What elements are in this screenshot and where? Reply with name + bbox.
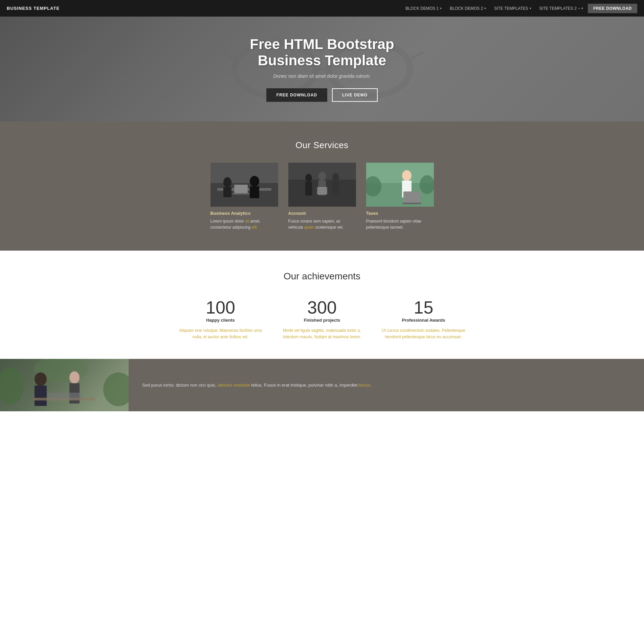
svg-rect-32 xyxy=(403,191,420,203)
service-title-business-analytics: Business Analytics xyxy=(210,211,278,216)
caret-icon-3 xyxy=(530,6,531,10)
service-image-account xyxy=(288,163,356,207)
svg-point-30 xyxy=(402,170,412,181)
service-desc-taxes: Praesent tincidunt sapien vitae pellente… xyxy=(366,218,434,230)
caret-icon-1 xyxy=(440,6,442,10)
svg-point-20 xyxy=(332,173,339,181)
achievements-grid: 100 Happy clients Aliquam erat volutpat.… xyxy=(170,299,474,340)
svg-rect-13 xyxy=(232,193,249,194)
achievement-desc-1: Aliquam erat volutpat. Maecenas facilisi… xyxy=(177,327,265,340)
caret-icon-4 xyxy=(581,6,583,10)
hero-subtitle: Donec non diam sit amet dolor gravida ru… xyxy=(250,73,394,79)
svg-rect-17 xyxy=(305,182,312,196)
achievement-finished-projects: 300 Finished projects Morbi vel ligula s… xyxy=(271,299,373,340)
caret-icon-2 xyxy=(484,6,486,10)
svg-point-16 xyxy=(305,174,312,182)
service-title-taxes: Taxes xyxy=(366,211,434,216)
achievement-happy-clients: 100 Happy clients Aliquam erat volutpat.… xyxy=(170,299,271,340)
achievement-label-3: Professional Awards xyxy=(380,318,468,323)
bottom-section-image xyxy=(0,359,129,411)
svg-point-18 xyxy=(318,172,326,181)
nav-links: BLOCK DEMOS 1 BLOCK DEMOS 2 SITE TEMPLAT… xyxy=(402,4,637,13)
service-link-3[interactable]: quam xyxy=(304,225,314,230)
svg-rect-39 xyxy=(35,386,47,406)
achievement-desc-3: Ut cursus condimentum sodales. Pellentes… xyxy=(380,327,468,340)
bottom-text-content: Sed purus tortor, dictum non orci quis, … xyxy=(142,382,372,389)
bottom-link-2[interactable]: lectus. xyxy=(359,383,372,388)
svg-point-38 xyxy=(35,372,47,386)
achievement-label-2: Finished projects xyxy=(278,318,366,323)
bottom-section: Sed purus tortor, dictum non orci quis, … xyxy=(0,359,644,411)
service-card-business-analytics: Business Analytics Lorem ipsum dolor sit… xyxy=(210,163,278,230)
nav-brand: BUSINESS TEMPLATE xyxy=(7,6,60,11)
nav-download-button[interactable]: FREE DOWNLOAD xyxy=(588,4,637,13)
svg-point-10 xyxy=(250,176,259,187)
service-card-taxes: Taxes Praesent tincidunt sapien vitae pe… xyxy=(366,163,434,230)
achievements-section: Our achievements 100 Happy clients Aliqu… xyxy=(0,251,644,359)
svg-rect-43 xyxy=(47,393,81,399)
bottom-link-1[interactable]: ultricies molestie xyxy=(218,383,250,388)
achievements-title: Our achievements xyxy=(7,271,637,282)
navbar: BUSINESS TEMPLATE BLOCK DEMOS 1 BLOCK DE… xyxy=(0,0,644,17)
svg-rect-12 xyxy=(234,185,248,193)
nav-link-site-templates-2[interactable]: SITE TEMPLATES 2 ~ xyxy=(536,4,587,13)
svg-point-40 xyxy=(69,371,80,384)
services-grid: Business Analytics Lorem ipsum dolor sit… xyxy=(170,163,474,230)
service-image-business-analytics xyxy=(210,163,278,207)
nav-link-site-templates[interactable]: SITE TEMPLATES xyxy=(491,4,534,13)
svg-rect-11 xyxy=(250,186,259,198)
service-link-2[interactable]: elit. xyxy=(252,225,258,230)
svg-rect-21 xyxy=(332,181,339,196)
achievement-professional-awards: 15 Professional Awards Ut cursus condime… xyxy=(373,299,474,340)
service-card-account: Account Fusce ornare sem sapien, ac vehi… xyxy=(288,163,356,230)
services-title: Our Services xyxy=(7,140,637,151)
achievement-number-3: 15 xyxy=(380,299,468,316)
hero-livedemo-button[interactable]: LIVE DEMO xyxy=(332,88,378,102)
hero-title: Free HTML BootstrapBusiness Template xyxy=(250,36,394,69)
service-title-account: Account xyxy=(288,211,356,216)
service-desc-account: Fusce ornare sem sapien, ac vehicula qua… xyxy=(288,218,356,230)
hero-content: Free HTML BootstrapBusiness Template Don… xyxy=(250,36,394,102)
service-image-taxes xyxy=(366,163,434,207)
svg-point-29 xyxy=(420,175,434,194)
achievement-desc-2: Morbi vel ligula sagittis, malesuada tor… xyxy=(278,327,366,340)
bottom-text-area: Sed purus tortor, dictum non orci quis, … xyxy=(129,359,644,411)
achievement-label-1: Happy clients xyxy=(177,318,265,323)
nav-link-block-demos-1[interactable]: BLOCK DEMOS 1 xyxy=(402,4,445,13)
hero-buttons: FREE DOWNLOAD LIVE DEMO xyxy=(250,88,394,102)
services-section: Our Services xyxy=(0,121,644,251)
service-desc-business-analytics: Lorem ipsum dolor sit amet, consectetur … xyxy=(210,218,278,230)
achievement-number-2: 300 xyxy=(278,299,366,316)
svg-point-8 xyxy=(223,177,231,187)
hero-section: Free HTML BootstrapBusiness Template Don… xyxy=(0,17,644,121)
svg-rect-33 xyxy=(403,203,421,204)
service-link-1[interactable]: sit xyxy=(245,219,249,224)
hero-download-button[interactable]: FREE DOWNLOAD xyxy=(266,88,327,102)
achievement-number-1: 100 xyxy=(177,299,265,316)
svg-rect-9 xyxy=(223,187,231,197)
nav-link-block-demos-2[interactable]: BLOCK DEMOS 2 xyxy=(446,4,489,13)
